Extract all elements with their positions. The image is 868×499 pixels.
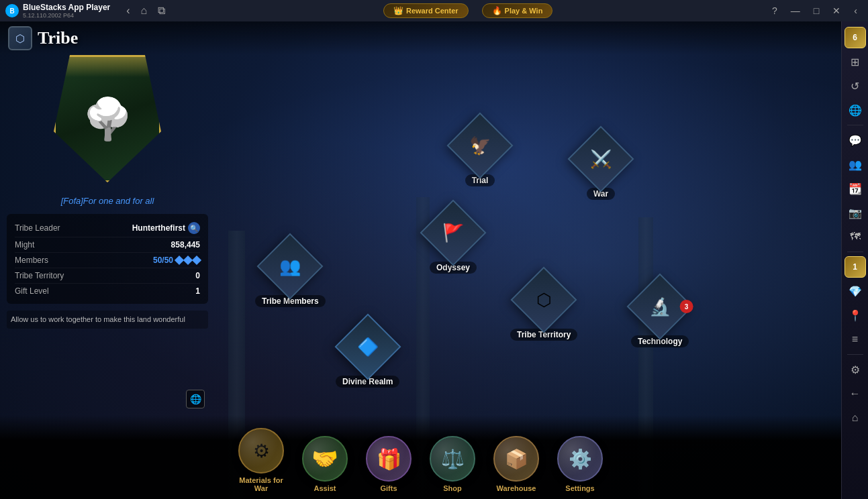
tribe-icon: ⬡	[8, 26, 32, 50]
tribe-territory-button[interactable]: ⬡ Tribe Territory	[510, 276, 577, 341]
shop-button[interactable]: ⚖️ Shop	[422, 436, 483, 492]
trial-icon: 🦅	[469, 135, 491, 156]
diamond-icons	[176, 257, 200, 264]
location-sidebar-button[interactable]: 📍	[845, 304, 866, 326]
settings-icon: ⚙️	[557, 436, 603, 482]
arrow-back-button[interactable]: ‹	[849, 4, 863, 17]
game-area: ⬡ Tribe [Fofa]For one and for all Tribe …	[0, 21, 841, 499]
might-value: 858,445	[171, 240, 200, 249]
close-button[interactable]: ✕	[827, 4, 846, 17]
layers-sidebar-button[interactable]: ⊞	[845, 51, 866, 72]
divine-realm-icon: 🔷	[357, 337, 379, 357]
home2-sidebar-button[interactable]: ⌂	[845, 407, 866, 429]
gift-value: 1	[195, 286, 200, 296]
territory-value: 0	[195, 271, 200, 280]
sidebar-divider-1	[847, 125, 863, 125]
assist-button[interactable]: 🤝 Assist	[295, 436, 355, 492]
sidebar-divider-3	[847, 354, 863, 355]
stat-territory: Tribe Territory 0	[15, 268, 200, 284]
shop-icon: ⚖️	[430, 436, 475, 482]
stat-might: Might 858,445	[15, 237, 200, 253]
nav-home-button[interactable]: ⌂	[137, 3, 152, 18]
members-value: 50/50	[153, 256, 200, 265]
tribe-tagline: [Fofa]For one and for all	[7, 196, 208, 206]
warehouse-icon: 📦	[493, 436, 539, 482]
technology-icon: 🔬	[649, 296, 671, 317]
gifts-label: Gifts	[380, 484, 397, 492]
tribe-members-icon: 👥	[279, 256, 301, 277]
shield	[54, 55, 161, 182]
settings2-sidebar-button[interactable]: ⚙	[845, 359, 866, 380]
materials-label: Materials forWar	[239, 476, 283, 492]
calendar-special-icon: 6	[845, 27, 866, 48]
bottom-bar: ⚙ Materials forWar 🤝 Assist 🎁 Gifts ⚖️ S…	[0, 415, 841, 499]
warehouse-button[interactable]: 📦 Warehouse	[486, 436, 546, 492]
bluestacks-icon: B	[5, 4, 19, 17]
back2-sidebar-button[interactable]: ←	[845, 383, 866, 404]
diamond-sidebar-button[interactable]: 💎	[845, 280, 866, 302]
camera-sidebar-button[interactable]: 📷	[845, 202, 866, 223]
calendar2-sidebar-button[interactable]: 📆	[845, 178, 866, 199]
refresh-sidebar-button[interactable]: ↺	[845, 75, 866, 97]
materials-for-war-button[interactable]: ⚙ Materials forWar	[231, 428, 291, 492]
titlebar: B BlueStacks App Player 5.12.110.2002 P6…	[0, 0, 868, 21]
map-sidebar-button[interactable]: 🗺	[845, 226, 866, 247]
technology-badge: 3	[680, 300, 693, 313]
gift-label: Gift Level	[15, 286, 49, 296]
globe-sidebar-button[interactable]: 🌐	[845, 99, 866, 121]
war-icon: ⚔️	[590, 149, 612, 170]
shop-label: Shop	[443, 484, 462, 492]
stat-members: Members 50/50	[15, 253, 200, 268]
assist-label: Assist	[314, 484, 336, 492]
materials-icon: ⚙	[238, 428, 284, 474]
tribe-territory-icon: ⬡	[536, 290, 552, 311]
tribe-name-label: Tribe	[38, 28, 78, 48]
trophy-sidebar-button[interactable]: 1	[845, 256, 866, 278]
trial-button[interactable]: 🦅 Trial	[456, 122, 503, 186]
odyssey-icon: 🚩	[442, 223, 464, 243]
tribe-banner	[54, 55, 161, 189]
titlebar-controls: ? — □ ✕ ‹	[767, 4, 868, 17]
gifts-button[interactable]: 🎁 Gifts	[358, 436, 419, 492]
reward-center-button[interactable]: 👑 Reward Center	[383, 3, 469, 18]
app-logo: B BlueStacks App Player 5.12.110.2002 P6…	[0, 3, 115, 19]
chat-sidebar-button[interactable]: 💬	[845, 129, 866, 151]
assist-icon: 🤝	[302, 436, 348, 482]
tribe-title: ⬡ Tribe	[8, 26, 78, 50]
titlebar-center: 👑 Reward Center 🔥 Play & Win	[169, 3, 767, 18]
odyssey-button[interactable]: 🚩 Odyssey	[430, 209, 477, 274]
divine-realm-button[interactable]: 🔷 Divine Realm	[336, 323, 399, 388]
leader-search-icon[interactable]: 🔍	[188, 222, 200, 234]
territory-label: Tribe Territory	[15, 271, 64, 280]
trophy-special-icon: 1	[845, 256, 866, 278]
calendar-sidebar-button[interactable]: 6	[845, 27, 866, 48]
stat-leader: Tribe Leader Hunterthefirst 🔍	[15, 219, 200, 237]
war-button[interactable]: ⚔️ War	[577, 135, 624, 200]
technology-button[interactable]: 🔬 3 Technology	[631, 283, 689, 347]
people-sidebar-button[interactable]: 👥	[845, 154, 866, 175]
game-title-bar: ⬡ Tribe	[0, 21, 841, 55]
nav-window-button[interactable]: ⧉	[154, 3, 169, 18]
maximize-button[interactable]: □	[808, 4, 824, 17]
settings-button[interactable]: ⚙️ Settings	[550, 436, 610, 492]
tribe-members-button[interactable]: 👥 Tribe Members	[255, 243, 326, 307]
nav-back-button[interactable]: ‹	[122, 3, 134, 18]
settings-label: Settings	[565, 484, 594, 492]
warehouse-label: Warehouse	[497, 484, 536, 492]
sidebar-divider-2	[847, 252, 863, 252]
titlebar-nav: ‹ ⌂ ⧉	[122, 3, 169, 18]
play-win-button[interactable]: 🔥 Play & Win	[482, 3, 553, 18]
right-sidebar: 6 ⊞ ↺ 🌐 💬 👥 📆 📷 🗺 1 💎 📍 ≡ ⚙ ← ⌂	[841, 21, 868, 499]
center-buttons: 👥 Tribe Members 🦅 Trial 🚩 Odyssey ⚔️ War	[201, 55, 841, 412]
minimize-button[interactable]: —	[785, 4, 806, 17]
stat-gift: Gift Level 1	[15, 284, 200, 298]
might-label: Might	[15, 240, 34, 249]
leader-value: Hunterthefirst 🔍	[132, 222, 200, 234]
tribe-stats: Tribe Leader Hunterthefirst 🔍 Might 858,…	[7, 214, 208, 304]
tribe-description: Allow us to work together to make this l…	[7, 311, 208, 329]
members-label: Members	[15, 256, 48, 265]
gifts-icon: 🎁	[366, 436, 412, 482]
leader-label: Tribe Leader	[15, 223, 60, 233]
stack-sidebar-button[interactable]: ≡	[845, 329, 866, 350]
help-button[interactable]: ?	[767, 4, 783, 17]
